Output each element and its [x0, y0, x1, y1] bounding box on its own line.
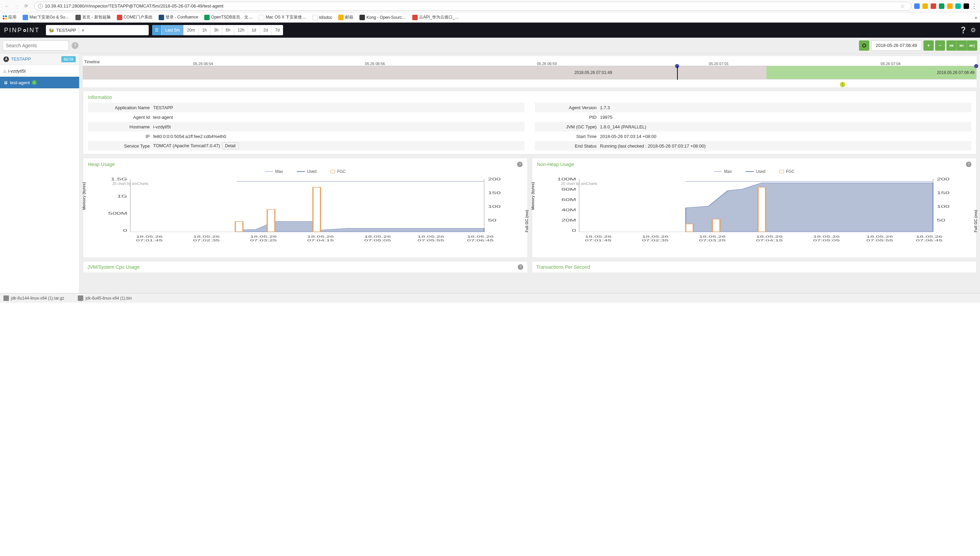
svg-text:07:02:35: 07:02:35 [642, 239, 669, 242]
svg-text:200: 200 [488, 177, 501, 181]
svg-text:18.05.26: 18.05.26 [193, 235, 220, 238]
svg-text:07:05:55: 07:05:55 [418, 239, 444, 242]
heap-legend: Max Used FGC [85, 169, 526, 174]
plus-button[interactable]: + [923, 40, 933, 51]
main-content: Timeline 05.26 06:54 05.26 06:56 05.26 0… [79, 53, 980, 293]
help-icon[interactable]: ❔ [959, 26, 967, 34]
address-bar[interactable]: i 10.39.43.117:28080/#/inspector/TESTAPP… [34, 2, 912, 11]
range-button[interactable]: 2d [260, 25, 272, 35]
help-icon[interactable]: ? [517, 162, 523, 167]
range-button[interactable]: 6h [222, 25, 234, 35]
download-item[interactable]: jdk-8u144-linux-x64 (1).tar.gz [3, 296, 64, 301]
svg-text:07:01:45: 07:01:45 [585, 239, 612, 242]
ext-icon[interactable] [914, 3, 920, 9]
app-header: PINPINT 🐝 TESTAPP ▾ ☰ Last 5m 20m 1h 3h … [0, 23, 980, 38]
chart-watermark: JS chart by amCharts [561, 181, 597, 186]
ext-icon[interactable] [964, 3, 969, 9]
y2axis-label: Full GC (ms) [974, 210, 978, 232]
reload-button[interactable]: ⟳ [22, 2, 30, 10]
bookmark-item[interactable]: 首页 - 新智超脑 [75, 15, 111, 20]
svg-text:18.05.26: 18.05.26 [418, 235, 444, 238]
range-button[interactable]: 20m [184, 25, 199, 35]
bookmarks-overflow[interactable]: » [975, 15, 977, 20]
heap-chart-panel: Heap Usage ? Max Used FGC Memory (bytes)… [83, 158, 528, 258]
svg-text:0: 0 [123, 229, 127, 233]
sidebar-app-row[interactable]: A TESTAPP BETA [0, 53, 79, 65]
forward-button: → [12, 2, 21, 10]
ext-icon[interactable] [955, 3, 961, 9]
svg-text:1.5G: 1.5G [111, 177, 127, 181]
bookmark-item[interactable]: k8sdoc [312, 15, 332, 20]
help-icon[interactable]: ? [518, 264, 523, 270]
heap-chart[interactable]: Memory (bytes) Full GC (ms) JS chart by … [85, 175, 526, 254]
range-button[interactable]: 1h [199, 25, 211, 35]
svg-text:07:05:05: 07:05:05 [813, 239, 840, 242]
skip-end-button[interactable]: ⏭| [967, 40, 977, 51]
ext-icon[interactable] [939, 3, 944, 9]
svg-text:07:05:05: 07:05:05 [364, 239, 391, 242]
download-item[interactable]: jdk-6u45-linux-x64 (1).bin [78, 296, 131, 301]
svg-text:20M: 20M [561, 218, 576, 223]
help-icon[interactable]: ? [71, 42, 78, 49]
apps-button[interactable]: 应用 [3, 15, 16, 20]
svg-text:18.05.26: 18.05.26 [699, 235, 726, 238]
bookmark-item[interactable]: Kong - Open-Sourc… [360, 15, 406, 20]
tps-chart-header: Transactions Per Second [532, 261, 977, 273]
svg-text:100: 100 [937, 205, 949, 209]
bookmark-item[interactable]: 𐌗登录 - Confluence [159, 15, 198, 20]
svg-rect-43 [758, 187, 766, 232]
svg-text:07:04:15: 07:04:15 [307, 239, 334, 242]
ext-icon[interactable] [922, 3, 928, 9]
gear-icon[interactable]: ⚙ [970, 26, 976, 34]
menu-icon[interactable]: ⋮ [971, 2, 977, 10]
help-icon[interactable]: ? [966, 162, 972, 167]
list-view-button[interactable]: ☰ [152, 25, 162, 35]
ext-icon[interactable] [947, 3, 952, 9]
range-button[interactable]: Last 5m [162, 25, 184, 35]
back-button[interactable]: ← [3, 2, 11, 10]
dropdown-icon: ▾ [79, 28, 84, 33]
event-badge[interactable]: 1 [840, 82, 846, 87]
bookmark-item[interactable]: COME门户系统 [117, 15, 152, 20]
nonheap-legend: Max Used FGC [533, 169, 975, 174]
info-title: Information [88, 94, 972, 100]
rewind-button[interactable]: ⏮ [946, 40, 957, 51]
sidebar-hostname: i-vzdytl5t [8, 68, 26, 74]
forward-button[interactable]: ⏭ [957, 40, 967, 51]
refresh-button[interactable] [859, 40, 869, 51]
bookmark-item[interactable]: Mac OS X 下安装使… [259, 15, 306, 20]
sidebar-agent-name: test-agent [10, 80, 30, 85]
app-type-icon: 🐝 [49, 28, 54, 33]
datetime-display[interactable]: 2018-05-26 07:06:49 [871, 40, 922, 51]
svg-rect-12 [267, 210, 275, 232]
bookmark-item[interactable]: 邮箱 [338, 15, 353, 20]
range-button[interactable]: 7d [272, 25, 283, 35]
search-agents-input[interactable] [3, 40, 69, 51]
range-button[interactable]: 12h [234, 25, 248, 35]
minus-button[interactable]: − [935, 40, 945, 51]
svg-text:200: 200 [937, 177, 949, 181]
timeline-end-ts: 2018.05.26 07:06:49 [937, 70, 975, 75]
bookmark-item[interactable]: OpenTSDB首页、文… [204, 15, 253, 20]
svg-rect-11 [235, 221, 243, 232]
detail-button[interactable]: Detail [222, 142, 239, 149]
chart-watermark: JS chart by amCharts [112, 181, 148, 186]
bookmark-item[interactable]: 云API_华为云接口_… [412, 15, 459, 20]
timeline-bar[interactable]: 2018.05.26 07:01:49 2018.05.26 07:06:49 [83, 66, 977, 79]
site-info-icon[interactable]: i [38, 4, 43, 8]
bookmark-item[interactable]: Mac下安装Go & Su… [23, 15, 69, 20]
range-button[interactable]: 3h [211, 25, 222, 35]
ext-icon[interactable] [931, 3, 936, 9]
sidebar-agent-row[interactable]: 🖥 test-agent ✓ [0, 77, 79, 88]
app-selector[interactable]: 🐝 TESTAPP ▾ [46, 25, 149, 35]
range-button[interactable]: 1d [248, 25, 260, 35]
svg-text:07:06:45: 07:06:45 [916, 239, 943, 242]
sidebar-host-row[interactable]: ⌂ i-vzdytl5t [0, 65, 79, 77]
star-icon[interactable]: ☆ [900, 3, 905, 9]
info-pid: 19975 [600, 115, 972, 120]
extensions [914, 3, 969, 9]
svg-text:18.05.26: 18.05.26 [307, 235, 334, 238]
nonheap-chart[interactable]: Memory (bytes) Full GC (ms) JS chart by … [533, 175, 975, 254]
svg-text:07:03:25: 07:03:25 [250, 239, 277, 242]
info-panel: Information Application NameTESTAPP Agen… [83, 91, 977, 154]
